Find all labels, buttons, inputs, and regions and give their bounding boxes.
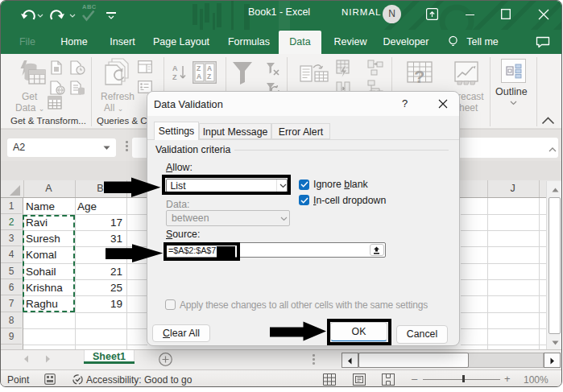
svg-text:Z: Z — [172, 73, 177, 81]
svg-text:?: ? — [414, 67, 424, 87]
svg-text:A: A — [207, 64, 212, 72]
svg-text:Z: Z — [197, 64, 201, 72]
svg-text:A: A — [197, 72, 201, 80]
svg-text:A: A — [172, 64, 178, 72]
svg-text:Z: Z — [207, 72, 211, 80]
